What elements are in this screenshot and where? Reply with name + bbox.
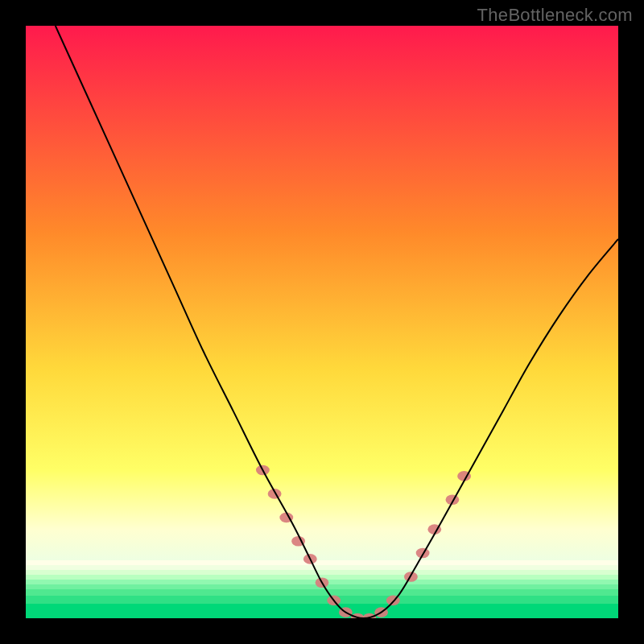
- svg-rect-1: [26, 565, 618, 570]
- plot-area: [26, 26, 618, 618]
- watermark-label: TheBottleneck.com: [477, 5, 633, 26]
- svg-rect-8: [26, 604, 618, 618]
- svg-rect-7: [26, 596, 618, 604]
- svg-rect-6: [26, 589, 618, 596]
- chart-frame: TheBottleneck.com: [0, 0, 644, 644]
- gradient-background: [26, 26, 618, 618]
- svg-rect-2: [26, 570, 618, 575]
- bottom-bands: [26, 560, 618, 618]
- chart-svg: [26, 26, 618, 618]
- marker-dot: [416, 548, 430, 559]
- svg-rect-0: [26, 560, 618, 565]
